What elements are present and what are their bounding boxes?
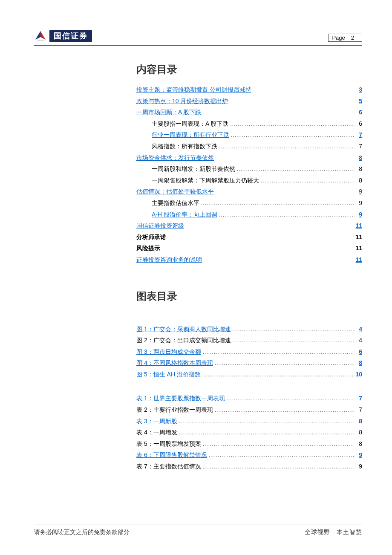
toc-entry-page[interactable]: 3: [355, 84, 362, 95]
toc-entry: 证券投资咨询业务的说明.............................…: [136, 254, 362, 266]
page-container: GUOSEN 国信证券 Page 2 内容目录 投资主题：监管维稳期撤责 公司财…: [0, 0, 392, 555]
toc-leader-dots: ........................................…: [214, 187, 355, 197]
toc-entry-page[interactable]: 4: [355, 324, 362, 335]
toc-entry: 图 4：不同风格指数本周表现..........................…: [136, 357, 362, 369]
toc-entry-page: 9: [355, 461, 362, 472]
toc-leader-dots: ........................................…: [214, 153, 355, 163]
toc-entry: 主要指数估值水平................................…: [136, 197, 362, 209]
toc-entry: 表 6：下周限售股解禁情况...........................…: [136, 449, 362, 461]
toc-leader-dots: ........................................…: [213, 405, 355, 415]
toc-entry: 投资主题：监管维稳期撤责 公司财报后减持....................…: [136, 84, 362, 95]
toc-entry-label: 一周限售股解禁：下周解禁股压力仍较大: [152, 175, 259, 186]
toc-entry: 表 3：一周新股................................…: [136, 416, 362, 427]
toc-entry-page: 7: [355, 141, 362, 152]
toc-list: 投资主题：监管维稳期撤责 公司财报后减持....................…: [136, 84, 362, 266]
toc-entry-page[interactable]: 5: [355, 95, 362, 107]
toc-entry-label: 主要指数估值水平: [152, 197, 199, 209]
footer-divider: [34, 524, 362, 524]
toc-entry-link[interactable]: 估值情况：估值处于较低水平: [136, 186, 214, 197]
toc-entry: 一周限售股解禁：下周解禁股压力仍较大......................…: [136, 175, 362, 186]
toc-entry-page[interactable]: 10: [355, 369, 362, 380]
toc-entry-page: 4: [355, 335, 362, 346]
toc-entry-page[interactable]: 11: [355, 220, 362, 231]
toc-entry: A-H 股溢价率：向上回调...........................…: [136, 209, 362, 220]
toc-entry: 主要股指一周表现：A 股下跌..........................…: [136, 118, 362, 130]
toc-entry-link[interactable]: A-H 股溢价率：向上回调: [152, 209, 217, 220]
toc-entry-link[interactable]: 图 5：恒生 AH 溢价指数: [136, 369, 201, 380]
toc-entry: 一周市场回顾：A 股下跌............................…: [136, 107, 362, 118]
toc-entry: 表 5：一周股票增发预案............................…: [136, 438, 362, 450]
toc-entry: 风险提示....................................…: [136, 243, 362, 254]
toc-entry-link[interactable]: 图 3：两市日均成交金额: [136, 346, 201, 358]
toc-entry-label: 图 2：广交会：出口成交额同比增速: [136, 335, 231, 346]
toc-heading: 内容目录: [136, 63, 362, 76]
toc-entry-link[interactable]: 政策与热点：10 月份经济数据出炉: [136, 95, 228, 107]
toc-leader-dots: ........................................…: [251, 85, 355, 95]
toc-leader-dots: ........................................…: [207, 451, 355, 460]
toc-entry-link[interactable]: 表 3：一周新股: [136, 416, 177, 427]
footer-disclaimer: 请务必阅读正文之后的免责条款部分: [34, 529, 130, 536]
tables-list: 表 1：世界主要股票指数一周表现........................…: [136, 393, 362, 472]
toc-leader-dots: ........................................…: [235, 165, 355, 174]
toc-leader-dots: ........................................…: [225, 394, 355, 404]
toc-entry-page: 8: [355, 175, 362, 186]
toc-entry-link[interactable]: 投资主题：监管维稳期撤责 公司财报后减持: [136, 84, 251, 95]
toc-entry: 图 5：恒生 AH 溢价指数..........................…: [136, 369, 362, 380]
toc-entry-page[interactable]: 11: [355, 254, 362, 266]
toc-entry: 市场资金供求：发行节奏依然...........................…: [136, 152, 362, 164]
toc-entry-label: 主要股指一周表现：A 股下跌: [152, 118, 228, 130]
content-area: 内容目录 投资主题：监管维稳期撤责 公司财报后减持...............…: [136, 63, 362, 472]
toc-leader-dots: ........................................…: [199, 199, 355, 208]
toc-leader-dots: ........................................…: [201, 462, 355, 472]
toc-entry-link[interactable]: 证券投资咨询业务的说明: [136, 254, 202, 266]
toc-entry-link[interactable]: 图 4：不同风格指数本周表现: [136, 357, 213, 369]
toc-entry-page[interactable]: 6: [355, 346, 362, 358]
toc-entry: 国信证券投资评级................................…: [136, 220, 362, 231]
logo-icon: GUOSEN: [34, 30, 47, 41]
toc-leader-dots: ........................................…: [177, 417, 355, 427]
toc-entry-page[interactable]: 9: [355, 449, 362, 461]
toc-entry: 分析师承诺...................................…: [136, 231, 362, 243]
toc-entry-page: 6: [355, 118, 362, 130]
toc-leader-dots: ........................................…: [202, 255, 355, 265]
toc-entry-label: 风险提示: [136, 243, 160, 254]
toc-entry-page[interactable]: 9: [355, 209, 362, 220]
toc-entry-page[interactable]: 6: [355, 107, 362, 118]
toc-entry-label: 表 2：主要行业指数一周表现: [136, 404, 213, 416]
footer-tagline: 全球视野 本土智慧: [305, 529, 362, 536]
toc-leader-dots: ........................................…: [231, 325, 355, 335]
toc-entry: 政策与热点：10 月份经济数据出炉.......................…: [136, 95, 362, 107]
toc-entry-label: 表 4：一周增发: [136, 427, 177, 438]
toc-entry-page[interactable]: 8: [355, 152, 362, 164]
toc-entry-link[interactable]: 图 1：广交会：采购商人数同比增速: [136, 324, 231, 335]
toc-leader-dots: ........................................…: [228, 119, 355, 129]
toc-leader-dots: ........................................…: [231, 336, 355, 346]
toc-entry-link[interactable]: 一周市场回顾：A 股下跌: [136, 107, 201, 118]
toc-entry-link[interactable]: 表 6：下周限售股解禁情况: [136, 449, 207, 461]
toc-entry-page: 8: [355, 438, 362, 450]
toc-entry-page[interactable]: 8: [355, 416, 362, 427]
figures-heading: 图表目录: [136, 289, 362, 303]
toc-entry: 一周新股和增发：新股节奏依然..........................…: [136, 163, 362, 175]
toc-entry-link[interactable]: 国信证券投资评级: [136, 220, 184, 231]
toc-entry: 图 1：广交会：采购商人数同比增速.......................…: [136, 324, 362, 335]
toc-entry-page: 9: [355, 197, 362, 209]
toc-leader-dots: ........................................…: [201, 108, 355, 118]
toc-entry: 行业一周表现：所有行业下跌...........................…: [136, 129, 362, 141]
toc-entry-link[interactable]: 市场资金供求：发行节奏依然: [136, 152, 214, 164]
toc-leader-dots: ........................................…: [201, 370, 355, 380]
toc-entry-page[interactable]: 9: [355, 186, 362, 197]
toc-entry-link[interactable]: 表 1：世界主要股票指数一周表现: [136, 393, 225, 404]
toc-entry: 图 3：两市日均成交金额............................…: [136, 346, 362, 358]
toc-entry-page: 11: [355, 231, 362, 243]
toc-leader-dots: ........................................…: [217, 210, 355, 220]
toc-entry-label: 分析师承诺: [136, 231, 166, 243]
page-number: 2: [351, 35, 354, 41]
toc-leader-dots: ........................................…: [229, 130, 355, 140]
footer-row: 请务必阅读正文之后的免责条款部分 全球视野 本土智慧: [34, 529, 362, 536]
toc-entry-page[interactable]: 8: [355, 357, 362, 369]
toc-entry-page[interactable]: 7: [355, 129, 362, 141]
toc-entry-link[interactable]: 行业一周表现：所有行业下跌: [152, 129, 229, 141]
toc-entry-page[interactable]: 7: [355, 393, 362, 404]
toc-entry-page: 11: [355, 243, 362, 254]
